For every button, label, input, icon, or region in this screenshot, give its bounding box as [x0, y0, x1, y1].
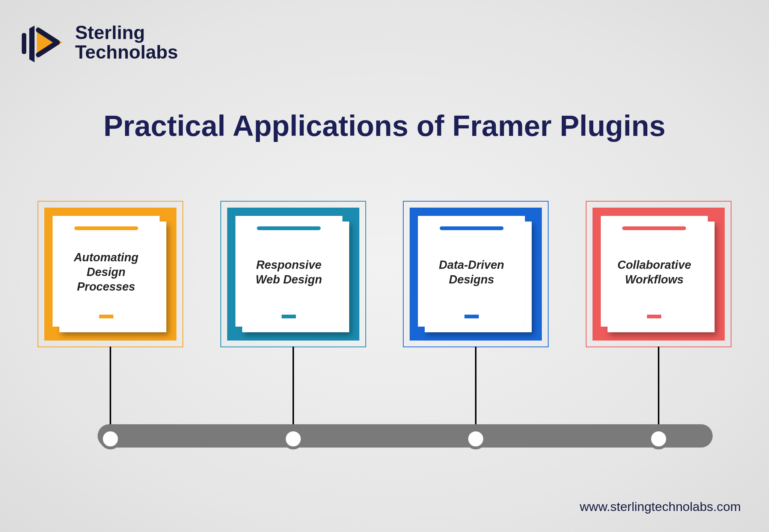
timeline-node: [465, 428, 486, 449]
card-accent-bar-top: [440, 226, 504, 230]
card-accent-bar-bottom: [647, 315, 661, 318]
timeline-node: [648, 428, 669, 449]
card-accent-bar-top: [74, 226, 138, 230]
connector-line: [475, 347, 476, 431]
card-label: Responsive Web Design: [244, 258, 334, 287]
card-accent-bar-top: [257, 226, 321, 230]
card-inner: Responsive Web Design: [235, 216, 342, 327]
logo-text-line2: Technolabs: [75, 42, 178, 62]
page-title: Practical Applications of Framer Plugins: [0, 109, 769, 143]
timeline-track: [98, 424, 713, 448]
logo-mark: [22, 22, 67, 63]
card-inner: Collaborative Workflows: [601, 216, 708, 327]
card-label: Collaborative Workflows: [609, 258, 700, 287]
card-accent-bar-bottom: [99, 315, 113, 318]
card-responsive: Responsive Web Design: [220, 201, 366, 347]
connector-line: [110, 347, 111, 431]
card-accent-bar-bottom: [464, 315, 479, 318]
card-inner: Data-Driven Designs: [418, 216, 525, 327]
card-accent-bar-bottom: [282, 315, 296, 318]
brand-logo: Sterling Technolabs: [22, 22, 178, 63]
timeline-node: [283, 428, 304, 449]
connector-line: [658, 347, 659, 431]
connector-line: [293, 347, 294, 431]
card-collaborative: Collaborative Workflows: [586, 201, 731, 347]
card-automating: Automating Design Processes: [38, 201, 183, 347]
card-label: Automating Design Processes: [61, 250, 151, 294]
card-datadriven: Data-Driven Designs: [403, 201, 549, 347]
svg-rect-0: [22, 33, 26, 54]
cards-row: Automating Design Processes Responsive W…: [38, 201, 731, 347]
timeline-node: [100, 428, 121, 449]
footer-url: www.sterlingtechnolabs.com: [580, 499, 741, 514]
card-inner: Automating Design Processes: [53, 216, 160, 327]
logo-text: Sterling Technolabs: [75, 23, 178, 62]
card-accent-bar-top: [622, 226, 686, 230]
card-label: Data-Driven Designs: [426, 258, 517, 287]
logo-text-line1: Sterling: [75, 23, 178, 43]
